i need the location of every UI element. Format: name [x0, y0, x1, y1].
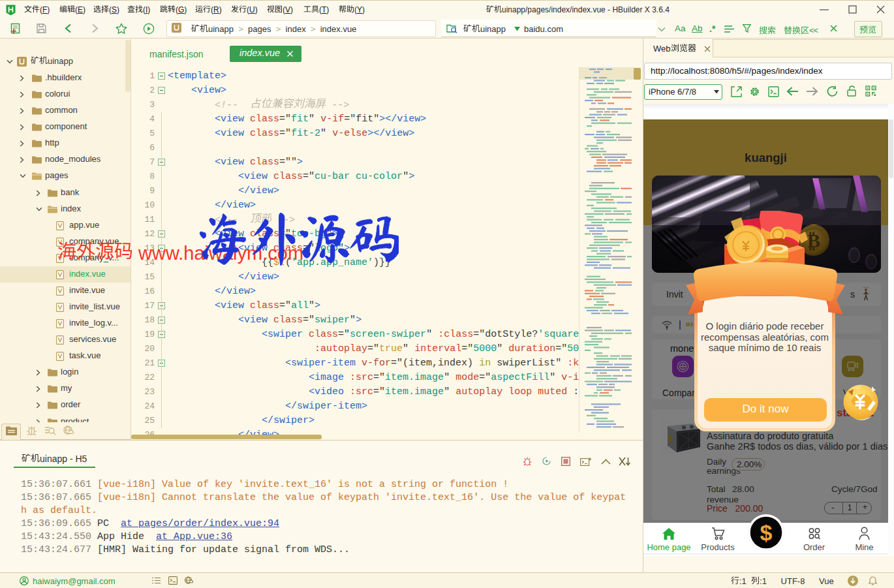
svg-text:$: $	[760, 520, 773, 545]
